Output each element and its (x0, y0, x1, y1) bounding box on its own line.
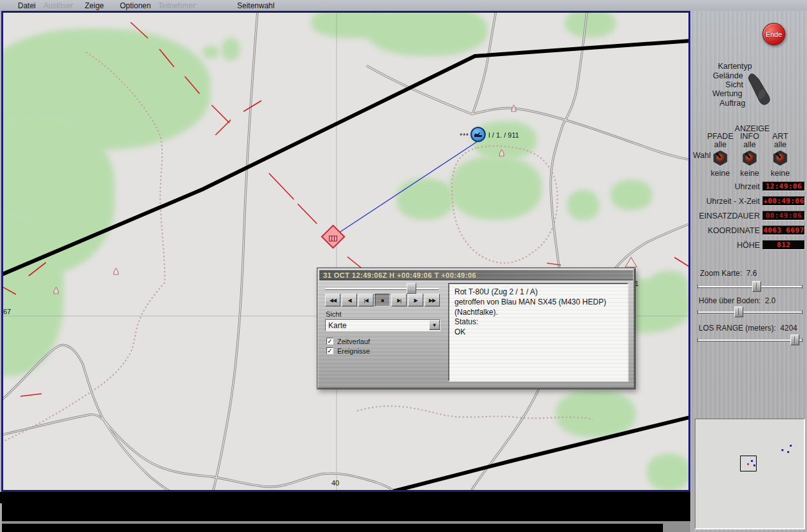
zoom-karte-slider-thumb[interactable] (752, 281, 761, 292)
menu-item-teilnehmer: Teilnehmer: (158, 1, 198, 10)
menu-item-seitenwahl[interactable]: Seitenwahl (237, 1, 275, 10)
menu-item-ausloeser: Auslöser (43, 1, 73, 10)
control-panel: Ende Kartentyp Gelände Sicht Wertung Auf… (690, 11, 807, 532)
replay-time-slider[interactable] (325, 288, 439, 289)
uhrzeit-label: Uhrzeit (690, 182, 760, 191)
hoehe-label: HÖHE (690, 241, 760, 250)
uhrzeit-display: 12:49:06 (762, 182, 805, 191)
koordinate-display: 4063 6697 (762, 226, 805, 235)
kartentyp-title: Kartentyp (706, 62, 764, 71)
rewind-button[interactable]: ◀◀ (325, 294, 340, 306)
dialog-title-bar[interactable]: 31 OCT 12:49:06Z H +00:49:06 T +00:49:06 (319, 270, 633, 280)
hoehe-ueber-boden-slider-thumb[interactable] (734, 306, 743, 317)
artillery-glyph-icon (473, 129, 483, 140)
kartentyp-pointer-knob[interactable] (745, 70, 776, 107)
uhrzeit-x-zeit-display: +00:49:06 (762, 196, 805, 206)
ereignisse-label: Ereignisse (337, 347, 370, 355)
einsatzdauer-label: EINSATZDAUER (690, 212, 760, 220)
event-message-line: (Nachtfalke). (454, 308, 622, 318)
uhrzeit-x-zeit-label: Uhrzeit - X-Zeit (690, 197, 760, 206)
hoehe-ueber-boden-slider[interactable] (698, 312, 802, 313)
minimap-blue-dot (751, 460, 753, 462)
bottom-black-strip (0, 524, 690, 532)
play-button[interactable]: ▶ (408, 294, 423, 306)
los-range-label: LOS RANGE (meters): 4204 (699, 324, 797, 333)
art-label: ART (761, 132, 799, 141)
play-back-button[interactable]: ◀ (342, 294, 357, 306)
map-layer: 67 40 1 *** I / 1. / 911 (1, 11, 690, 492)
sicht-label: Sicht (326, 310, 341, 318)
unit-stars-label: *** (449, 133, 469, 140)
art-knob[interactable] (773, 150, 788, 166)
ende-button[interactable]: Ende (762, 23, 785, 45)
event-message-line: OK (454, 327, 622, 338)
fast-forward-button[interactable]: ▶▶ (425, 294, 440, 306)
menu-item-datei[interactable]: Datei (18, 1, 36, 10)
koordinate-label: KOORDINATE (690, 226, 760, 235)
stop-button[interactable]: ■ (375, 294, 390, 306)
replay-dialog[interactable]: 31 OCT 12:49:06Z H +00:49:06 T +00:49:06… (317, 268, 636, 389)
menu-item-optionen[interactable]: Optionen (120, 1, 151, 10)
event-message-line: getroffen von Blau MAN SX45 (M430 HEDP) (454, 298, 622, 308)
friendly-unit-symbol[interactable] (470, 127, 486, 142)
grid-label-40: 40 (331, 479, 339, 487)
menu-item-zeige[interactable]: Zeige (85, 1, 104, 10)
wahl-label: Wahl (693, 151, 711, 160)
bottom-left-edge (0, 503, 2, 532)
menu-bar: Datei Auslöser Zeige Optionen Teilnehmer… (0, 0, 807, 11)
einsatzdauer-display: 00:49:06 (762, 211, 805, 220)
minimap-red-dot (747, 463, 749, 465)
hoehe-display: 812 (762, 240, 805, 250)
zeitverlauf-checkbox[interactable]: ✓ (326, 338, 333, 345)
event-message-line: Status: (454, 317, 622, 327)
zoom-karte-slider[interactable] (698, 286, 802, 287)
los-range-slider-thumb[interactable] (790, 334, 799, 345)
minimap-blue-dot (753, 464, 755, 466)
zoom-karte-label: Zoom Karte: 7.6 (700, 269, 757, 278)
step-back-button[interactable]: |◀ (358, 294, 374, 306)
los-range-slider[interactable] (698, 340, 802, 341)
ereignisse-checkbox[interactable]: ✓ (326, 347, 333, 354)
pfade-knob[interactable] (713, 150, 728, 166)
bottom-gray-notch (663, 522, 690, 532)
info-knob[interactable] (742, 150, 757, 166)
sicht-dropdown-value: Karte (328, 321, 347, 330)
armor-glyph-icon (329, 236, 337, 241)
unit-name-label: I / 1. / 911 (488, 131, 519, 139)
overview-minimap[interactable] (695, 419, 805, 529)
minimap-blue-dot (782, 449, 783, 451)
art-keine-label: keine (761, 169, 799, 178)
sicht-dropdown[interactable]: Karte ▼ (325, 319, 440, 331)
minimap-blue-dot (790, 445, 792, 447)
grid-label-67: 67 (3, 308, 11, 315)
bottom-black-bar (0, 492, 690, 521)
minimap-blue-dot (787, 451, 789, 453)
chevron-down-icon[interactable]: ▼ (429, 320, 440, 330)
hoehe-ueber-boden-label: Höhe über Boden: 2.0 (699, 296, 776, 305)
step-forward-button[interactable]: ▶| (391, 294, 407, 306)
map-window[interactable]: 67 40 1 *** I / 1. / 911 (1, 11, 690, 492)
zeitverlauf-label: Zeitverlauf (337, 338, 370, 345)
art-alle-label: alle (761, 140, 799, 149)
event-message-line: Rot T-80U (Zug 2 / 1 / A) (454, 287, 622, 298)
map-canvas (1, 11, 690, 492)
replay-time-slider-thumb[interactable] (407, 283, 416, 294)
event-message-box: Rot T-80U (Zug 2 / 1 / A) getroffen von … (448, 283, 629, 382)
